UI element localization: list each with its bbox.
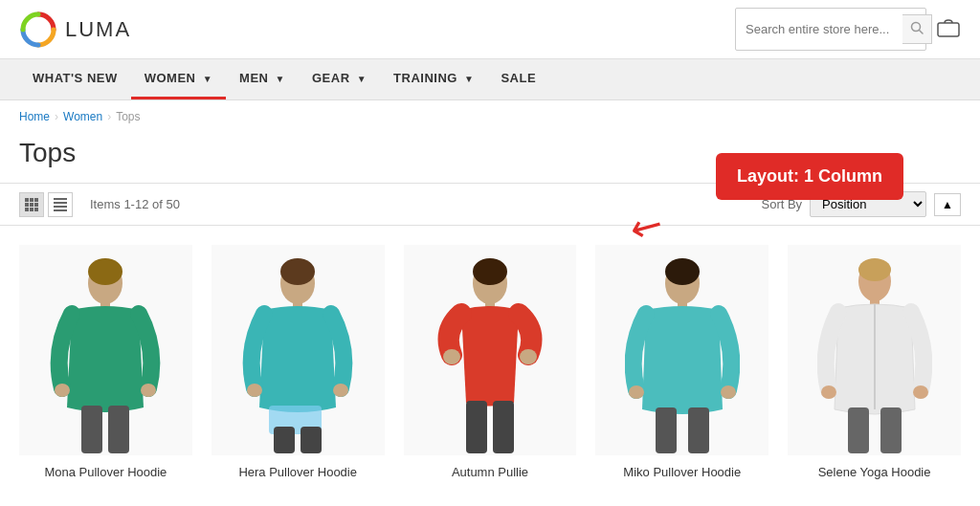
product-item-3[interactable]: Miko Pullover Hoodie	[595, 245, 768, 479]
grid-view-icon	[25, 198, 38, 211]
breadcrumb-home[interactable]: Home	[19, 110, 50, 123]
svg-point-12	[280, 258, 315, 285]
svg-point-34	[858, 258, 891, 281]
product-name-1: Hera Pullover Hoodie	[212, 465, 385, 479]
nav-list: What's New Women ▼ Men ▼ Gear ▼ Training…	[19, 59, 961, 99]
product-name-2: Autumn Pullie	[404, 465, 577, 479]
list-view-icon	[54, 198, 67, 211]
men-chevron-icon: ▼	[276, 74, 285, 84]
svg-rect-10	[108, 406, 129, 453]
svg-point-37	[821, 385, 836, 399]
nav-link-men[interactable]: Men ▼	[226, 59, 299, 97]
svg-point-7	[55, 384, 70, 397]
women-chevron-icon: ▼	[203, 74, 212, 84]
product-item-4[interactable]: Selene Yoga Hoodie	[788, 245, 961, 479]
product-figure-miko	[625, 254, 740, 455]
search-button[interactable]	[902, 14, 932, 44]
product-item-2[interactable]: Autumn Pullie	[404, 245, 577, 479]
list-view-button[interactable]	[48, 192, 73, 217]
view-modes	[19, 192, 73, 217]
sort-direction-button[interactable]: ▲	[934, 193, 961, 216]
cart-icon	[936, 15, 961, 40]
svg-point-38	[913, 385, 928, 399]
breadcrumb-sep-2: ›	[107, 110, 111, 123]
main-content: Layout: 1 Column ↙ Home › Women › Tops T…	[0, 100, 980, 498]
svg-rect-31	[656, 407, 677, 453]
product-figure-autumn	[433, 254, 547, 455]
svg-point-27	[665, 258, 700, 285]
site-header: LUMA	[0, 0, 980, 59]
svg-rect-9	[81, 406, 102, 453]
svg-point-14	[247, 384, 262, 397]
nav-item-women[interactable]: Women ▼	[131, 59, 226, 99]
product-image-hera	[212, 245, 385, 455]
training-chevron-icon: ▼	[464, 74, 474, 84]
breadcrumb: Home › Women › Tops	[0, 100, 980, 133]
svg-point-29	[629, 385, 644, 399]
product-image-autumn	[404, 245, 577, 455]
svg-point-20	[473, 258, 507, 285]
nav-item-training[interactable]: Training ▼	[380, 59, 487, 99]
svg-line-2	[920, 31, 924, 34]
nav-link-gear[interactable]: Gear ▼	[299, 59, 380, 97]
nav-item-gear[interactable]: Gear ▼	[299, 59, 380, 99]
svg-rect-18	[301, 427, 322, 453]
svg-point-5	[88, 258, 122, 285]
product-name-4: Selene Yoga Hoodie	[788, 465, 961, 479]
product-grid: Mona Pullover Hoodie	[0, 226, 980, 498]
nav-link-women[interactable]: Women ▼	[131, 59, 226, 99]
svg-rect-32	[688, 407, 709, 453]
cart-button[interactable]	[936, 15, 961, 43]
product-name-3: Miko Pullover Hoodie	[595, 465, 768, 479]
toolbar-left: Items 1-12 of 50	[19, 192, 180, 217]
nav-link-training[interactable]: Training ▼	[380, 59, 487, 97]
svg-point-23	[520, 349, 537, 364]
svg-point-22	[443, 349, 460, 364]
product-name-0: Mona Pullover Hoodie	[19, 465, 192, 479]
product-image-selene	[788, 245, 961, 455]
nav-item-men[interactable]: Men ▼	[226, 59, 299, 99]
search-icon	[910, 21, 924, 34]
header-right	[735, 8, 961, 51]
svg-point-8	[141, 384, 156, 397]
breadcrumb-sep-1: ›	[55, 110, 58, 123]
svg-point-15	[333, 384, 348, 397]
nav-item-whats-new[interactable]: What's New	[19, 59, 131, 99]
product-item-1[interactable]: Hera Pullover Hoodie	[212, 245, 385, 479]
product-figure-selene	[817, 254, 932, 455]
logo-icon	[19, 11, 57, 49]
product-image-miko	[595, 245, 768, 455]
search-box[interactable]	[735, 8, 926, 51]
search-input[interactable]	[746, 22, 899, 36]
product-figure-mona	[48, 254, 163, 455]
breadcrumb-current: Tops	[116, 110, 140, 123]
items-count: Items 1-12 of 50	[90, 197, 180, 211]
svg-rect-24	[466, 401, 487, 453]
svg-rect-39	[848, 407, 869, 453]
svg-rect-25	[493, 401, 514, 453]
svg-rect-17	[274, 427, 295, 453]
nav-link-sale[interactable]: Sale	[487, 59, 549, 97]
gear-chevron-icon: ▼	[357, 74, 367, 84]
logo-text: LUMA	[65, 17, 131, 42]
main-nav: What's New Women ▼ Men ▼ Gear ▼ Training…	[0, 59, 980, 100]
annotation-box: Layout: 1 Column	[716, 153, 903, 200]
nav-link-whats-new[interactable]: What's New	[19, 59, 131, 97]
product-figure-hera	[240, 254, 355, 455]
svg-rect-40	[880, 407, 902, 453]
nav-item-sale[interactable]: Sale	[487, 59, 549, 99]
grid-view-button[interactable]	[19, 192, 44, 217]
product-image-mona	[19, 245, 192, 455]
product-item-0[interactable]: Mona Pullover Hoodie	[19, 245, 192, 479]
logo-area: LUMA	[19, 11, 131, 49]
svg-rect-3	[938, 23, 959, 36]
svg-point-30	[721, 385, 736, 399]
breadcrumb-women[interactable]: Women	[63, 110, 102, 123]
